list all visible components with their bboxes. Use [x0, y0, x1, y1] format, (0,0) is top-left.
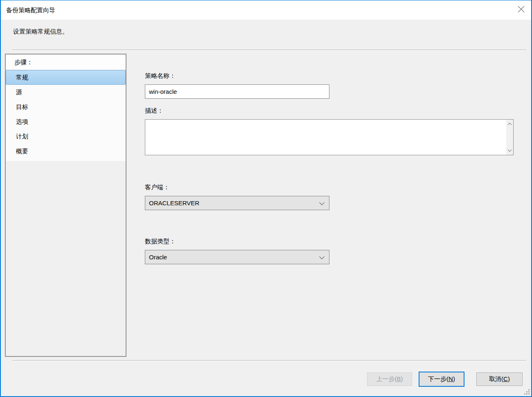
chevron-down-icon — [319, 254, 325, 259]
steps-header: 步骤： — [6, 54, 126, 70]
description-input[interactable] — [145, 120, 505, 155]
back-button[interactable]: 上一步(B) — [367, 372, 412, 386]
close-icon — [518, 6, 525, 14]
policy-name-label: 策略名称： — [145, 72, 176, 80]
sidebar-item-target[interactable]: 目标 — [6, 100, 126, 114]
scroll-down-icon[interactable] — [506, 147, 513, 154]
steps-panel: 步骤： 常规 源 目标 选项 计划 概要 — [5, 54, 126, 357]
wizard-dialog: 备份策略配置向导 设置策略常规信息。 步骤： 常规 源 目标 选项 计划 概要 … — [0, 0, 532, 397]
sidebar-item-schedule[interactable]: 计划 — [6, 129, 126, 144]
data-type-dropdown[interactable]: Oracle — [145, 250, 329, 264]
data-type-label: 数据类型： — [145, 238, 176, 245]
wizard-step-description: 设置策略常规信息。 — [13, 28, 68, 36]
titlebar: 备份策略配置向导 — [1, 0, 531, 20]
sidebar-item-general[interactable]: 常规 — [6, 70, 126, 85]
description-scrollbar[interactable] — [506, 120, 513, 155]
close-button[interactable] — [512, 0, 530, 19]
chevron-down-icon — [319, 200, 325, 205]
resize-grip[interactable] — [524, 389, 525, 390]
client-label: 客户端： — [145, 184, 169, 191]
cancel-button[interactable]: 取消(C) — [476, 372, 523, 386]
steps-list: 步骤： 常规 源 目标 选项 计划 概要 — [6, 54, 126, 161]
next-button[interactable]: 下一步(N) — [419, 372, 464, 387]
footer-separator — [12, 360, 526, 361]
client-dropdown[interactable]: ORACLESERVER — [145, 196, 329, 210]
description-field — [145, 119, 514, 155]
header-separator — [12, 50, 526, 50]
sidebar-item-options[interactable]: 选项 — [6, 114, 126, 129]
data-type-dropdown-value: Oracle — [149, 254, 167, 261]
scroll-up-icon[interactable] — [506, 120, 513, 127]
sidebar-item-summary[interactable]: 概要 — [6, 144, 126, 159]
sidebar-item-source[interactable]: 源 — [6, 85, 126, 100]
policy-name-input[interactable] — [145, 84, 329, 99]
description-label: 描述： — [145, 107, 163, 115]
client-dropdown-value: ORACLESERVER — [149, 200, 199, 206]
window-title: 备份策略配置向导 — [6, 0, 55, 20]
